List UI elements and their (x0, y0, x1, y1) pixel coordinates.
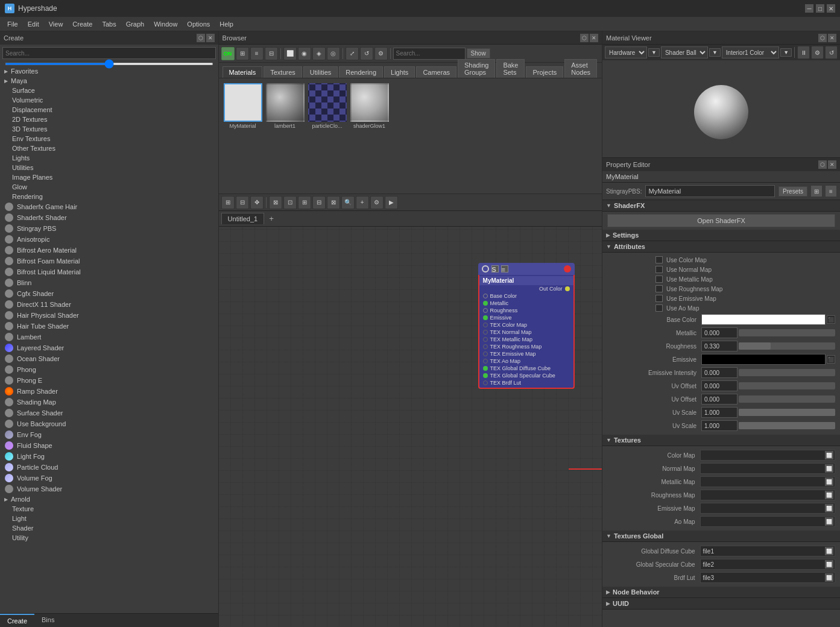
tb-settings-button[interactable]: ⚙ (374, 47, 388, 60)
tb-filter1-button[interactable]: ⬜ (283, 47, 297, 60)
viewer-material-select[interactable]: Interior1 Color (722, 46, 779, 58)
list-item[interactable]: Phong E (0, 375, 218, 386)
tab-lights[interactable]: Lights (384, 66, 415, 78)
emissive-swatch[interactable] (701, 354, 826, 365)
texture-aomap-slot[interactable]: ⬜ (700, 516, 835, 527)
tb-filter2-button[interactable]: ◉ (298, 47, 311, 60)
tree-maya[interactable]: ▶ Maya (0, 76, 218, 86)
prop-uvoffset1-input[interactable] (701, 380, 737, 391)
tab-bake-sets[interactable]: Bake Sets (496, 59, 525, 78)
texture-metallicmap-slot[interactable]: ⬜ (700, 476, 835, 487)
create-size-slider[interactable] (5, 63, 213, 65)
pe-close-button[interactable]: ✕ (828, 160, 836, 169)
gt-more-button[interactable]: ▶ (385, 196, 398, 209)
tree-maya-imageplanes[interactable]: Image Planes (0, 172, 218, 182)
tab-cameras[interactable]: Cameras (416, 66, 456, 78)
gt-pan-button[interactable]: ✥ (250, 196, 264, 209)
list-item[interactable]: Bifrost Foam Material (0, 256, 218, 266)
material-item-lambert1[interactable]: lambert1 (266, 83, 305, 129)
create-close-button[interactable]: ✕ (206, 34, 215, 42)
tree-maya-volumetric[interactable]: Volumetric (0, 95, 218, 105)
menu-window[interactable]: Window (149, 19, 182, 29)
list-item[interactable]: Shaderfx Game Hair (0, 201, 218, 212)
list-item[interactable]: Layered Shader (0, 342, 218, 353)
tb-grid-button[interactable]: ⊞ (236, 47, 249, 60)
tree-arnold-texture[interactable]: Texture (0, 504, 218, 514)
basecolor-swatch[interactable] (701, 314, 826, 325)
gt-settings-button[interactable]: ⚙ (370, 196, 384, 209)
prop-uvoffset2-input[interactable] (701, 394, 737, 405)
tb-on-button[interactable]: ON (221, 47, 235, 60)
menu-create[interactable]: Create (68, 19, 97, 29)
menu-help[interactable]: Help (215, 19, 238, 29)
list-item[interactable]: Ocean Shader (0, 353, 218, 364)
pe-settings2-button[interactable]: ≡ (826, 186, 836, 197)
tab-projects[interactable]: Projects (526, 66, 563, 78)
list-item[interactable]: Surface Shader (0, 408, 218, 418)
tree-maya-glow[interactable]: Glow (0, 182, 218, 192)
list-item[interactable]: Env Fog (0, 429, 218, 440)
gt-plus-button[interactable]: + (356, 196, 369, 209)
menu-graph[interactable]: Graph (121, 19, 150, 29)
viewer-close-button[interactable]: ✕ (828, 34, 836, 42)
texture-aomap-btn[interactable]: ⬜ (825, 517, 833, 526)
viewer-settings-button[interactable]: ⚙ (811, 46, 824, 59)
tab-bins[interactable]: Bins (34, 614, 62, 627)
cb-usemetallicmap[interactable] (655, 276, 663, 283)
texture-metallicmap-btn[interactable]: ⬜ (825, 477, 833, 486)
viewer-refresh-button[interactable]: ↺ (825, 46, 838, 59)
shader-name-input[interactable] (645, 185, 775, 197)
list-item[interactable]: Hair Physical Shader (0, 310, 218, 321)
list-item[interactable]: Ramp Shader (0, 386, 218, 397)
tab-materials[interactable]: Materials (223, 66, 263, 78)
tree-maya-lights[interactable]: Lights (0, 153, 218, 163)
section-shaderfx[interactable]: ▼ ShaderFX (602, 200, 840, 212)
tree-arnold-shader[interactable]: Shader (0, 523, 218, 533)
tab-rendering[interactable]: Rendering (339, 66, 383, 78)
list-item[interactable]: Volume Fog (0, 473, 218, 484)
list-item[interactable]: DirectX 11 Shader (0, 299, 218, 310)
cb-useaomap[interactable] (655, 304, 663, 312)
list-item[interactable]: Cgfx Shader (0, 288, 218, 299)
material-item-particleclo[interactable]: particleClo... (308, 83, 347, 129)
list-item[interactable]: Particle Cloud (0, 462, 218, 473)
browser-maximize-button[interactable]: ⬡ (580, 34, 589, 42)
list-item[interactable]: Stingray PBS (0, 223, 218, 234)
browser-search-input[interactable] (393, 48, 466, 60)
pe-settings1-button[interactable]: ⊞ (811, 186, 822, 197)
tab-create[interactable]: Create (0, 614, 34, 627)
prop-uvscale2-slider[interactable] (739, 422, 835, 429)
list-item[interactable]: Volume Shader (0, 484, 218, 494)
texture-colormap-btn[interactable]: ⬜ (825, 451, 833, 459)
viewer-renderer-dropdown[interactable]: ▼ (648, 48, 660, 57)
list-item[interactable]: Fluid Shape (0, 440, 218, 451)
tab-shading-groups[interactable]: Shading Groups (458, 59, 495, 78)
prop-metallic-input[interactable] (701, 327, 737, 338)
gt-pin-button[interactable]: ⊠ (327, 196, 340, 209)
prop-roughness-input[interactable] (701, 341, 737, 351)
list-item[interactable]: Hair Tube Shader (0, 321, 218, 332)
cb-useroughnessmap[interactable] (655, 285, 663, 292)
tree-maya-rendering[interactable]: Rendering (0, 192, 218, 201)
tree-maya-3dtextures[interactable]: 3D Textures (0, 124, 218, 134)
gt-fit-button[interactable]: ⊠ (269, 196, 282, 209)
gt-select-button[interactable]: ⊟ (236, 196, 249, 209)
menu-options[interactable]: Options (182, 19, 215, 29)
viewer-material-dropdown[interactable]: ▼ (780, 48, 792, 57)
tree-arnold[interactable]: ▶ Arnold (0, 494, 218, 504)
tb-arrow-button[interactable]: ⤢ (346, 47, 359, 60)
tree-maya-surface[interactable]: Surface (0, 86, 218, 95)
texture-emissivemap-slot[interactable]: ⬜ (700, 503, 835, 514)
viewer-renderer-select[interactable]: Hardware Software (605, 46, 647, 58)
minimize-button[interactable]: ─ (805, 4, 813, 13)
menu-view[interactable]: View (44, 19, 68, 29)
prop-uvscale1-slider[interactable] (739, 409, 835, 416)
tb-split-button[interactable]: ⊟ (265, 47, 278, 60)
emissive-picker-btn[interactable]: ⬛ (827, 355, 835, 364)
list-item[interactable]: Blinn (0, 277, 218, 288)
texture-global-diffuse-slot[interactable]: file1 ⬜ (700, 546, 835, 556)
prop-roughness-slider[interactable] (739, 342, 835, 350)
node-mymaterial[interactable]: S ≡ MyMaterial Out Color (478, 263, 575, 389)
viewer-shape-dropdown[interactable]: ▼ (709, 48, 721, 57)
cb-usenormalmap[interactable] (655, 266, 663, 273)
